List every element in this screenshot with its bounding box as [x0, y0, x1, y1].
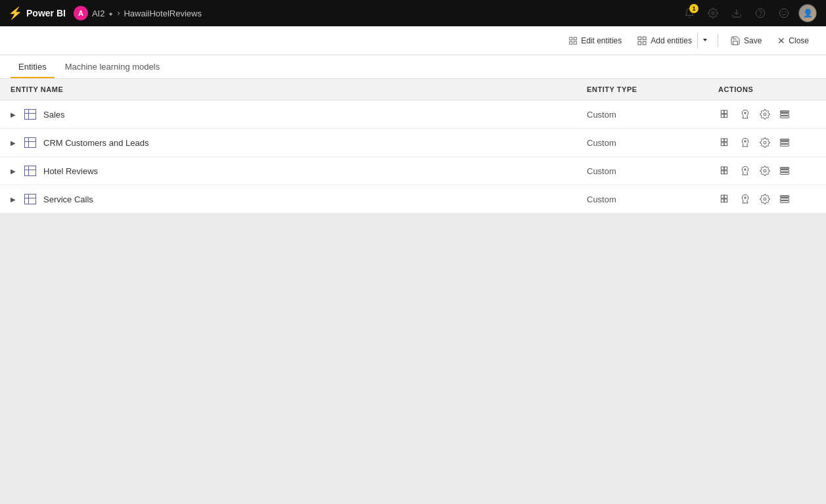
svg-rect-9 [570, 41, 572, 44]
row-expand-icon[interactable]: ▶ [11, 196, 17, 203]
action-query-icon[interactable] [777, 164, 792, 178]
breadcrumb-diamond-icon: ⬥ [108, 9, 113, 18]
table-row: ▶ CRM Customers and Leads Custom [0, 129, 826, 157]
action-settings-icon[interactable] [758, 164, 772, 178]
entity-name-cell-1: ▶ Sales [0, 101, 576, 129]
logo-text: Power BI [26, 8, 66, 18]
table-row: ▶ Sales Custom [0, 101, 826, 129]
svg-rect-34 [724, 167, 727, 170]
svg-rect-35 [721, 171, 724, 174]
svg-rect-22 [780, 116, 789, 118]
svg-rect-43 [724, 195, 727, 198]
svg-rect-8 [574, 37, 576, 39]
svg-rect-16 [724, 110, 727, 114]
svg-point-0 [712, 12, 714, 14]
entity-name-cell-2: ▶ CRM Customers and Leads [0, 129, 576, 157]
action-ml-icon[interactable] [738, 164, 752, 178]
action-edit-icon[interactable] [718, 107, 733, 122]
entity-table-icon [24, 193, 37, 206]
close-icon: ✕ [777, 35, 785, 46]
add-entities-group: Add entities [631, 32, 712, 49]
svg-rect-13 [638, 41, 641, 45]
svg-rect-25 [724, 139, 727, 142]
svg-rect-26 [721, 143, 724, 146]
col-header-entity-type: ENTITY TYPE [576, 79, 708, 101]
save-button[interactable]: Save [723, 32, 768, 49]
breadcrumb-dataflow[interactable]: HawaiiHotelReviews [124, 9, 202, 18]
breadcrumb-chevron: › [117, 9, 120, 18]
add-entities-dropdown-button[interactable] [697, 33, 712, 49]
entity-table-icon [24, 136, 37, 149]
notification-badge: 1 [689, 4, 699, 13]
action-edit-icon[interactable] [718, 192, 733, 206]
entity-actions-cell-1 [708, 101, 826, 129]
add-entities-button[interactable]: Add entities [631, 32, 697, 49]
action-query-icon[interactable] [777, 192, 792, 206]
emoji-button[interactable] [773, 3, 794, 24]
action-settings-icon[interactable] [758, 192, 772, 206]
svg-rect-7 [570, 37, 572, 39]
edit-entities-button[interactable]: Edit entities [561, 32, 629, 49]
user-avatar-image: 👤 [799, 5, 816, 22]
svg-point-2 [756, 9, 764, 17]
action-query-icon[interactable] [777, 107, 792, 122]
powerbi-logo-icon: ⚡ [8, 6, 22, 20]
svg-rect-30 [780, 142, 789, 144]
action-settings-icon[interactable] [758, 107, 772, 122]
action-settings-icon[interactable] [758, 135, 772, 150]
svg-rect-11 [638, 37, 641, 40]
toolbar-divider [718, 34, 718, 47]
main-content: ENTITY NAME ENTITY TYPE ACTIONS ▶ Sales … [0, 79, 826, 504]
svg-rect-21 [780, 114, 789, 116]
action-ml-icon[interactable] [738, 192, 752, 206]
svg-rect-10 [574, 41, 576, 44]
row-expand-icon[interactable]: ▶ [11, 139, 17, 147]
entity-actions-cell-3 [708, 157, 826, 185]
entity-name-cell-3: ▶ Hotel Reviews [0, 157, 576, 185]
tab-entities[interactable]: Entities [11, 57, 55, 78]
download-button[interactable] [726, 3, 747, 24]
action-ml-icon[interactable] [738, 107, 752, 122]
row-expand-icon[interactable]: ▶ [11, 111, 17, 118]
svg-rect-33 [721, 167, 724, 170]
entity-actions-cell-4 [708, 185, 826, 214]
svg-rect-14 [643, 41, 647, 45]
tab-ml-models[interactable]: Machine learning models [57, 57, 168, 78]
breadcrumb-avatar: A [74, 6, 88, 20]
action-query-icon[interactable] [777, 135, 792, 150]
svg-rect-39 [780, 170, 789, 172]
row-expand-icon[interactable]: ▶ [11, 168, 17, 175]
svg-rect-18 [724, 114, 727, 118]
help-button[interactable] [750, 3, 771, 24]
entity-type-cell-4: Custom [576, 185, 708, 214]
entity-name-text: Sales [43, 110, 65, 120]
user-avatar-button[interactable]: 👤 [797, 3, 818, 24]
topbar: ⚡ Power BI A AI2 ⬥ › HawaiiHotelReviews … [0, 0, 826, 26]
svg-point-28 [764, 141, 766, 144]
action-edit-icon[interactable] [718, 135, 733, 150]
svg-rect-31 [780, 145, 789, 147]
entity-name-cell-4: ▶ Service Calls [0, 185, 576, 214]
action-edit-icon[interactable] [718, 164, 733, 178]
notifications-button[interactable]: 1 [679, 3, 700, 24]
action-ml-icon[interactable] [738, 135, 752, 150]
svg-rect-44 [721, 199, 724, 202]
col-header-entity-name: ENTITY NAME [0, 79, 576, 101]
svg-point-46 [764, 198, 766, 200]
toolbar: Edit entities Add entities Save ✕ Clo [0, 26, 826, 55]
table-header-row: ENTITY NAME ENTITY TYPE ACTIONS [0, 79, 826, 101]
settings-button[interactable] [702, 3, 723, 24]
entity-type-cell-1: Custom [576, 101, 708, 129]
close-button[interactable]: ✕ Close [771, 32, 815, 49]
svg-rect-24 [721, 139, 724, 142]
col-header-actions: ACTIONS [708, 79, 826, 101]
svg-point-19 [764, 113, 766, 116]
svg-rect-48 [780, 198, 789, 200]
entity-actions-cell-2 [708, 129, 826, 157]
breadcrumb: A AI2 ⬥ › HawaiiHotelReviews [74, 6, 202, 20]
svg-rect-15 [721, 110, 724, 114]
entity-name-text: CRM Customers and Leads [43, 138, 149, 148]
entity-type-cell-2: Custom [576, 129, 708, 157]
entity-table-icon [24, 108, 37, 121]
user-avatar: 👤 [798, 4, 817, 22]
